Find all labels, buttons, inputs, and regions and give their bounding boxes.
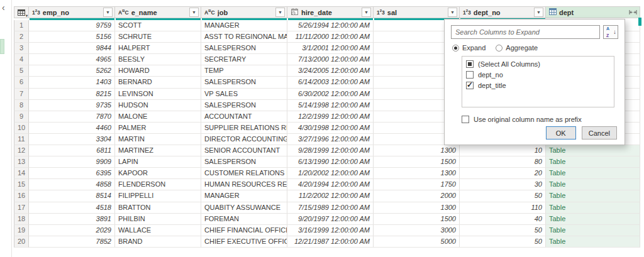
checkbox-icon[interactable] — [466, 60, 474, 68]
row-number[interactable]: 1 — [14, 20, 29, 31]
cell-emp_no[interactable]: 5262 — [29, 65, 115, 77]
cell-emp_no[interactable]: 7870 — [29, 111, 115, 123]
cell-e_name[interactable]: LEVINSON — [115, 89, 201, 100]
cell-job[interactable]: QUABITY ASSUWANCE — [201, 202, 287, 214]
cell-hire_date[interactable]: 1/20/2002 12:00:00 AM — [287, 168, 374, 179]
cell-dept[interactable]: Table — [546, 225, 640, 236]
cell-e_name[interactable]: MARTINEZ — [115, 145, 201, 156]
cell-dept[interactable]: Table — [546, 190, 640, 202]
cell-hire_date[interactable]: 12/2/1999 12:00:00 AM — [287, 111, 374, 123]
cell-emp_no[interactable]: 4858 — [29, 179, 115, 190]
cell-sal[interactable]: 1300 — [374, 145, 460, 156]
cell-dept_no[interactable]: 40 — [460, 214, 546, 225]
cell-e_name[interactable]: FILIPPELLI — [115, 190, 201, 202]
row-number[interactable]: 12 — [14, 145, 29, 156]
cell-e_name[interactable]: HUDSON — [115, 100, 201, 111]
cell-job[interactable]: VP SALES — [201, 89, 287, 100]
table-corner-icon[interactable]: ▾ — [14, 6, 29, 18]
cell-job[interactable]: DIRECTOR ACCOUNTING — [201, 134, 287, 145]
cell-sal[interactable]: 1750 — [374, 179, 460, 190]
cell-sal[interactable]: 1500 — [374, 214, 460, 225]
cell-e_name[interactable]: LAPIN — [115, 156, 201, 168]
cell-emp_no[interactable]: 8514 — [29, 190, 115, 202]
column-header-hire_date[interactable]: hire_date▼ — [287, 6, 374, 18]
cell-job[interactable]: SALESPERSON — [201, 43, 287, 54]
cell-e_name[interactable]: BRAND — [115, 236, 201, 248]
radio-aggregate[interactable]: Aggregate — [496, 44, 538, 52]
cell-emp_no[interactable]: 2029 — [29, 225, 115, 236]
cell-e_name[interactable]: MARTIN — [115, 134, 201, 145]
cell-job[interactable]: TEMP — [201, 65, 287, 77]
row-number[interactable]: 6 — [14, 77, 29, 88]
cell-sal[interactable]: 3000 — [374, 225, 460, 236]
filter-dropdown-icon[interactable]: ▼ — [189, 8, 199, 17]
cell-hire_date[interactable]: 4/30/1998 12:00:00 AM — [287, 123, 374, 134]
row-number[interactable]: 18 — [14, 214, 29, 225]
cell-emp_no[interactable]: 4965 — [29, 54, 115, 65]
cell-emp_no[interactable]: 6811 — [29, 145, 115, 156]
cell-emp_no[interactable]: 9735 — [29, 100, 115, 111]
filter-dropdown-icon[interactable]: ▼ — [275, 8, 285, 17]
cell-sal[interactable]: 5000 — [374, 236, 460, 248]
cell-e_name[interactable]: SCOTT — [115, 20, 201, 31]
cell-e_name[interactable]: MALONE — [115, 111, 201, 123]
cell-job[interactable]: MANAGER — [201, 190, 287, 202]
cell-hire_date[interactable]: 6/30/2002 12:00:00 AM — [287, 89, 374, 100]
list-item[interactable]: dept_title — [462, 80, 614, 90]
list-item[interactable]: dept_no — [462, 69, 614, 80]
cell-e_name[interactable]: FLENDERSON — [115, 179, 201, 190]
cell-hire_date[interactable]: 3/27/1996 12:00:00 AM — [287, 134, 374, 145]
row-number[interactable]: 4 — [14, 54, 29, 65]
queries-pane-edge[interactable] — [0, 39, 4, 54]
cell-job[interactable]: SALESPERSON — [201, 77, 287, 88]
row-number[interactable]: 5 — [14, 65, 29, 77]
cell-e_name[interactable]: KAPOOR — [115, 168, 201, 179]
cell-job[interactable]: CHIEF FINANCIAL OFFICER — [201, 225, 287, 236]
cell-dept_no[interactable]: 50 — [460, 190, 546, 202]
row-number[interactable]: 2 — [14, 31, 29, 43]
collapse-queries-chevron[interactable]: ‹ — [2, 3, 5, 13]
row-number[interactable]: 15 — [14, 179, 29, 190]
cell-dept[interactable]: Table — [546, 145, 640, 156]
cell-sal[interactable]: 2000 — [374, 190, 460, 202]
column-header-job[interactable]: ABCjob▼ — [201, 6, 287, 18]
cell-dept_no[interactable]: 50 — [460, 236, 546, 248]
column-header-e_name[interactable]: ABCe_name▼ — [115, 6, 201, 18]
cell-hire_date[interactable]: 3/24/2005 12:00:00 AM — [287, 65, 374, 77]
cell-e_name[interactable]: WALLACE — [115, 225, 201, 236]
cell-emp_no[interactable]: 5156 — [29, 31, 115, 43]
cell-hire_date[interactable]: 6/14/2003 12:00:00 AM — [287, 77, 374, 88]
cell-dept_no[interactable]: 80 — [460, 156, 546, 168]
cell-emp_no[interactable]: 6395 — [29, 168, 115, 179]
row-number[interactable]: 9 — [14, 111, 29, 123]
cell-hire_date[interactable]: 5/26/1994 12:00:00 AM — [287, 20, 374, 31]
cancel-button[interactable]: Cancel — [582, 126, 617, 139]
row-number[interactable]: 8 — [14, 100, 29, 111]
expand-column-icon[interactable] — [628, 8, 638, 17]
cell-job[interactable]: MANAGER — [201, 20, 287, 31]
radio-expand[interactable]: Expand — [452, 44, 486, 52]
cell-emp_no[interactable]: 1403 — [29, 77, 115, 88]
cell-e_name[interactable]: BRATTON — [115, 202, 201, 214]
cell-hire_date[interactable]: 11/2/2002 12:00:00 AM — [287, 190, 374, 202]
row-number[interactable]: 16 — [14, 190, 29, 202]
cell-e_name[interactable]: HOWARD — [115, 65, 201, 77]
cell-hire_date[interactable]: 4/20/1994 12:00:00 AM — [287, 179, 374, 190]
column-header-emp_no[interactable]: 123emp_no▼ — [29, 6, 115, 18]
cell-dept[interactable]: Table — [546, 214, 640, 225]
row-number[interactable]: 13 — [14, 156, 29, 168]
cell-job[interactable]: SECRETARY — [201, 54, 287, 65]
checkbox-icon[interactable] — [466, 71, 474, 79]
cell-dept_no[interactable]: 20 — [460, 168, 546, 179]
cell-job[interactable]: SALESPERSON — [201, 100, 287, 111]
checkbox-icon[interactable] — [466, 82, 474, 89]
cell-emp_no[interactable]: 9844 — [29, 43, 115, 54]
cell-e_name[interactable]: PHILBIN — [115, 214, 201, 225]
cell-job[interactable]: SUPPLIER RELATIONS REP — [201, 123, 287, 134]
cell-e_name[interactable]: PALMER — [115, 123, 201, 134]
cell-e_name[interactable]: BERNARD — [115, 77, 201, 88]
row-number[interactable]: 14 — [14, 168, 29, 179]
list-item[interactable]: (Select All Columns) — [462, 58, 614, 69]
row-number[interactable]: 17 — [14, 202, 29, 214]
filter-dropdown-icon[interactable]: ▼ — [448, 8, 457, 17]
